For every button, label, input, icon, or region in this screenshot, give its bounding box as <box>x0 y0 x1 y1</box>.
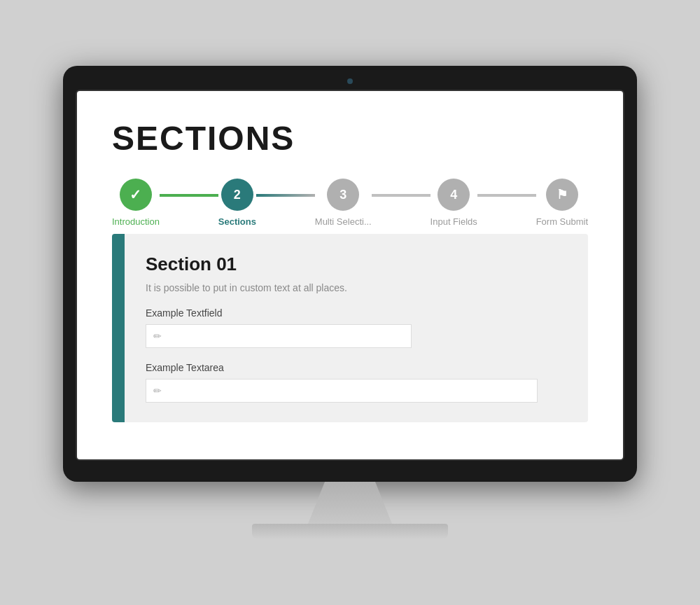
section-area: Section 01 It is possible to put in cust… <box>112 234 588 422</box>
camera-dot <box>347 78 353 84</box>
step-5[interactable]: Form Submit <box>536 179 588 227</box>
textfield-label: Example Textfield <box>146 307 567 319</box>
step-5-label: Form Submit <box>536 216 588 227</box>
monitor-body: SECTIONS Introduction 2 <box>63 66 637 482</box>
step-4-label: Input Fields <box>430 216 477 227</box>
step-3[interactable]: 3 Multi Selecti... <box>315 179 372 227</box>
connector-1 <box>160 194 218 197</box>
monitor-stand-neck <box>308 482 392 524</box>
section-title: Section 01 <box>146 253 567 275</box>
monitor-stand-base <box>252 524 448 539</box>
camera-area <box>76 78 624 84</box>
connector-3 <box>372 194 430 197</box>
section-description: It is possible to put in custom text at … <box>146 282 567 293</box>
step-2-circle: 2 <box>221 179 253 211</box>
stepper: Introduction 2 Sections <box>112 179 588 227</box>
textfield-wrapper: ✏ <box>146 324 412 348</box>
step-4[interactable]: 4 Input Fields <box>430 179 477 227</box>
connector-2 <box>256 194 315 197</box>
pencil-icon: ✏ <box>153 331 162 342</box>
screen-content: SECTIONS Introduction 2 <box>77 91 623 459</box>
screen: SECTIONS Introduction 2 <box>76 90 624 461</box>
textarea-group: Example Textarea ✏ <box>146 362 567 403</box>
textarea-wrapper: ✏ <box>146 379 538 403</box>
step-5-circle <box>546 179 578 211</box>
textarea-label: Example Textarea <box>146 362 567 373</box>
step-3-circle: 3 <box>327 179 359 211</box>
step-3-label: Multi Selecti... <box>315 216 372 227</box>
page-title: SECTIONS <box>112 119 588 158</box>
step-2[interactable]: 2 Sections <box>218 179 256 227</box>
textfield-group: Example Textfield ✏ <box>146 307 567 348</box>
step-4-circle: 4 <box>438 179 470 211</box>
connector-4 <box>477 194 536 197</box>
section-sidebar <box>112 234 125 422</box>
pencil-icon-2: ✏ <box>153 385 162 396</box>
step-1[interactable]: Introduction <box>112 179 160 227</box>
step-1-circle <box>120 179 152 211</box>
step-2-label: Sections <box>218 216 256 227</box>
example-textfield[interactable] <box>167 331 404 342</box>
step-1-label: Introduction <box>112 216 160 227</box>
section-main: Section 01 It is possible to put in cust… <box>125 234 588 422</box>
monitor-wrapper: SECTIONS Introduction 2 <box>63 66 637 539</box>
